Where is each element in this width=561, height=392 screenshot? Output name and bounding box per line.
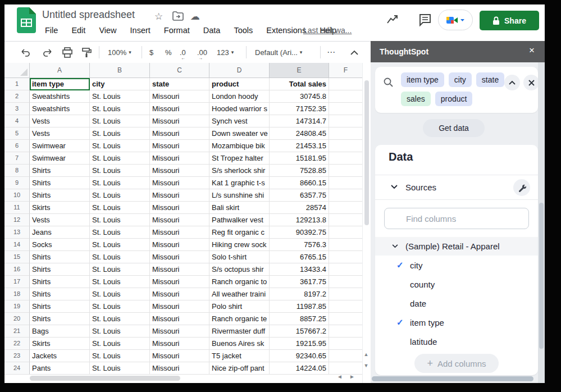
cell-b22[interactable]: St. Louis <box>90 338 150 350</box>
cell-d12[interactable]: Pathwalker vest <box>209 214 270 226</box>
cell-c19[interactable]: Missouri <box>150 300 209 313</box>
cell-d22[interactable]: Buenos Aires sk <box>209 338 270 350</box>
menu-view[interactable]: View <box>99 26 116 35</box>
cell-e16[interactable]: 13433.4 <box>270 263 329 276</box>
cell-b11[interactable]: St. Louis <box>90 202 150 214</box>
cell-f22[interactable] <box>329 338 362 350</box>
column-header-a[interactable]: A <box>30 63 90 78</box>
cell-f16[interactable] <box>329 263 362 276</box>
search-token-item-type[interactable]: item type <box>401 72 444 87</box>
more-toolbar-options[interactable]: ⋯ <box>327 42 335 63</box>
source-column-item-type[interactable]: ✓item type <box>375 313 538 332</box>
source-column-county[interactable]: county <box>375 275 538 294</box>
cell-c10[interactable]: Missouri <box>150 189 209 202</box>
cell-f9[interactable] <box>329 177 362 189</box>
google-sheets-logo-icon[interactable] <box>17 7 36 33</box>
cell-c1[interactable]: state <box>150 78 209 90</box>
undo-icon[interactable] <box>20 42 31 63</box>
cell-f14[interactable] <box>329 239 362 251</box>
number-format-menu[interactable]: 123▾ <box>217 42 234 63</box>
row-header-4[interactable]: 4 <box>4 115 30 127</box>
cell-c12[interactable]: Missouri <box>150 214 209 226</box>
find-columns-input[interactable] <box>384 208 529 229</box>
cell-e8[interactable]: 7528.85 <box>270 165 329 177</box>
row-header-8[interactable]: 8 <box>4 165 30 177</box>
cell-e23[interactable]: 92340.65 <box>270 350 329 362</box>
cell-f23[interactable] <box>329 350 362 362</box>
row-header-1[interactable]: 1 <box>4 78 30 90</box>
cell-f6[interactable] <box>329 140 362 152</box>
scroll-right-icon[interactable]: ► <box>349 373 355 380</box>
cell-f15[interactable] <box>329 251 362 263</box>
scroll-up-icon[interactable]: ▲ <box>362 352 371 357</box>
cell-f4[interactable] <box>329 115 362 127</box>
cell-b8[interactable]: St. Louis <box>90 165 150 177</box>
select-all-corner[interactable] <box>4 63 30 78</box>
source-column-latitude[interactable]: latitude <box>375 332 538 351</box>
column-header-e[interactable]: E <box>270 63 329 78</box>
cell-c14[interactable]: Missouri <box>150 239 209 251</box>
menu-tools[interactable]: Tools <box>234 26 253 35</box>
row-header-5[interactable]: 5 <box>4 127 30 140</box>
cell-e11[interactable]: 28574 <box>270 202 329 214</box>
cell-f10[interactable] <box>329 189 362 202</box>
cell-e6[interactable]: 21453.15 <box>270 140 329 152</box>
cell-e20[interactable]: 8857.25 <box>270 313 329 325</box>
cell-f11[interactable] <box>329 202 362 214</box>
cell-e3[interactable]: 71752.35 <box>270 103 329 115</box>
cell-d10[interactable]: L/s sunshine shi <box>209 189 270 202</box>
cell-d2[interactable]: London hoody <box>209 90 270 103</box>
cell-b14[interactable]: St. Louis <box>90 239 150 251</box>
cell-a19[interactable]: Shirts <box>30 300 90 313</box>
cell-a15[interactable]: Shirts <box>30 251 90 263</box>
row-header-9[interactable]: 9 <box>4 177 30 189</box>
cell-d4[interactable]: Synch vest <box>209 115 270 127</box>
row-header-23[interactable]: 23 <box>4 350 30 362</box>
cell-b18[interactable]: St. Louis <box>90 288 150 300</box>
cell-f21[interactable] <box>329 325 362 338</box>
cell-c8[interactable]: Missouri <box>150 165 209 177</box>
cell-d20[interactable]: Ranch organic te <box>209 313 270 325</box>
cell-e9[interactable]: 8660.15 <box>270 177 329 189</box>
cell-f12[interactable] <box>329 214 362 226</box>
cell-c21[interactable]: Missouri <box>150 325 209 338</box>
search-token-sales[interactable]: sales <box>401 92 431 106</box>
cell-e24[interactable]: 14224.05 <box>270 362 329 375</box>
row-header-22[interactable]: 22 <box>4 338 30 350</box>
cell-f18[interactable] <box>329 288 362 300</box>
cell-a24[interactable]: Pants <box>30 362 90 375</box>
search-token-product[interactable]: product <box>435 92 473 106</box>
cell-e7[interactable]: 15181.95 <box>270 152 329 165</box>
row-header-18[interactable]: 18 <box>4 288 30 300</box>
cell-c20[interactable]: Missouri <box>150 313 209 325</box>
cell-a10[interactable]: Shirts <box>30 189 90 202</box>
cell-a16[interactable]: Shirts <box>30 263 90 276</box>
cell-a18[interactable]: Shirts <box>30 288 90 300</box>
paint-format-icon[interactable] <box>81 42 92 63</box>
row-header-16[interactable]: 16 <box>4 263 30 276</box>
cell-e18[interactable]: 8197.2 <box>270 288 329 300</box>
cell-a11[interactable]: Skirts <box>30 202 90 214</box>
cell-d24[interactable]: Nice zip-off pant <box>209 362 270 375</box>
menu-format[interactable]: Format <box>164 26 190 35</box>
cell-c4[interactable]: Missouri <box>150 115 209 127</box>
row-header-11[interactable]: 11 <box>4 202 30 214</box>
cell-d7[interactable]: St Tropez halter <box>209 152 270 165</box>
cell-b6[interactable]: St. Louis <box>90 140 150 152</box>
row-header-21[interactable]: 21 <box>4 325 30 338</box>
cell-f19[interactable] <box>329 300 362 313</box>
cell-c7[interactable]: Missouri <box>150 152 209 165</box>
cell-c6[interactable]: Missouri <box>150 140 209 152</box>
cell-f20[interactable] <box>329 313 362 325</box>
cell-d13[interactable]: Reg fit organic c <box>209 226 270 239</box>
cell-b20[interactable]: St. Louis <box>90 313 150 325</box>
cell-d9[interactable]: Kat 1 graphic t-s <box>209 177 270 189</box>
cell-f8[interactable] <box>329 165 362 177</box>
cell-f2[interactable] <box>329 90 362 103</box>
row-header-17[interactable]: 17 <box>4 276 30 288</box>
cell-c24[interactable]: Missouri <box>150 362 209 375</box>
cell-b15[interactable]: St. Louis <box>90 251 150 263</box>
row-header-2[interactable]: 2 <box>4 90 30 103</box>
cell-d16[interactable]: S/s octopus shir <box>209 263 270 276</box>
cell-f24[interactable] <box>329 362 362 375</box>
